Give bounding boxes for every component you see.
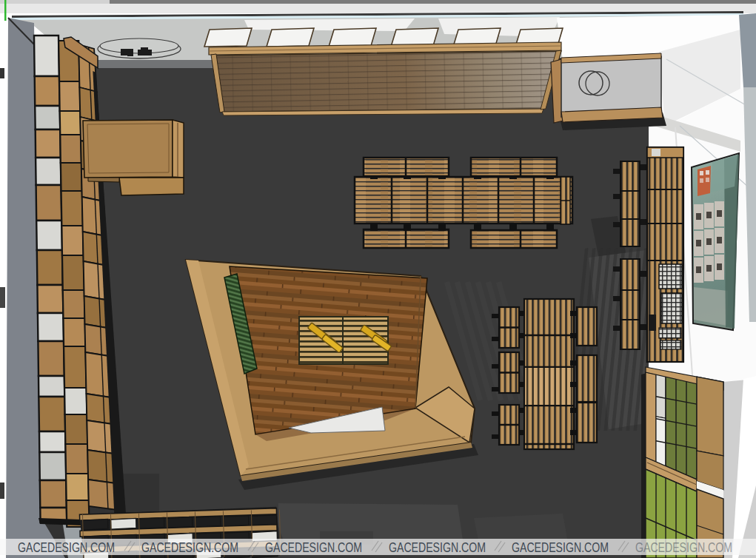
svg-text:GACEDESIGN.COM: GACEDESIGN.COM — [512, 539, 609, 555]
svg-text:GACEDESIGN.COM: GACEDESIGN.COM — [389, 539, 486, 555]
svg-text:GACEDESIGN.COM: GACEDESIGN.COM — [265, 539, 362, 555]
svg-text:GACEDESIGN.COM: GACEDESIGN.COM — [635, 539, 732, 555]
svg-text:GACEDESIGN.COM: GACEDESIGN.COM — [141, 539, 238, 555]
svg-text:GACEDESIGN.COM: GACEDESIGN.COM — [18, 539, 115, 555]
